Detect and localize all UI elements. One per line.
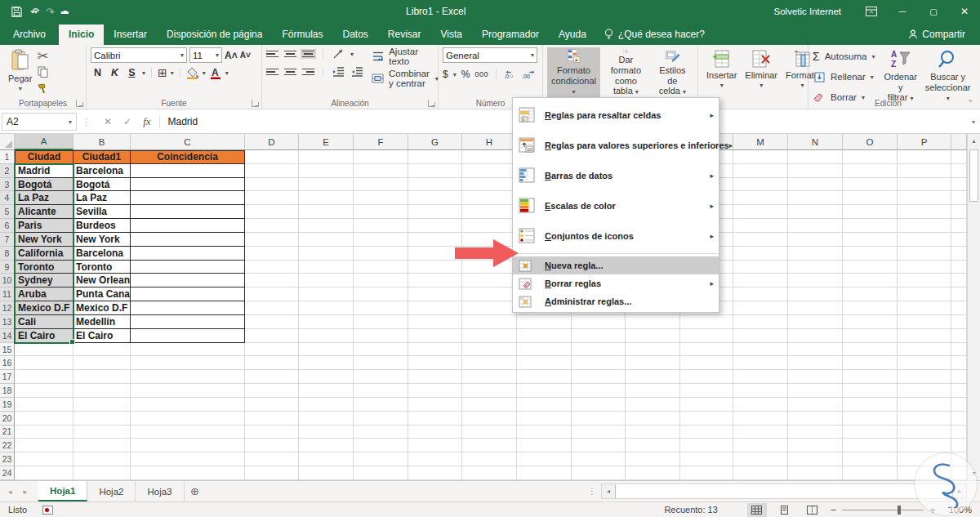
- column-header-O[interactable]: O: [843, 134, 898, 150]
- cell-G20[interactable]: [408, 412, 462, 426]
- cell-J19[interactable]: [572, 398, 626, 412]
- cell-G22[interactable]: [408, 439, 462, 452]
- cell-F17[interactable]: [354, 370, 408, 384]
- cell-L20[interactable]: [680, 412, 733, 426]
- cell-M22[interactable]: [733, 439, 788, 452]
- cell-E23[interactable]: [299, 452, 354, 466]
- cell-L24[interactable]: [680, 466, 733, 480]
- customize-qat-icon[interactable]: ▬▾: [61, 7, 67, 16]
- cell-E3[interactable]: [299, 178, 354, 192]
- cell-E24[interactable]: [299, 466, 354, 480]
- share-button[interactable]: Compartir: [893, 29, 980, 45]
- cell-F5[interactable]: [354, 205, 408, 219]
- cell-A7[interactable]: New York: [15, 233, 74, 247]
- cell-F24[interactable]: [354, 466, 408, 480]
- cell-E1[interactable]: [299, 150, 354, 164]
- cell-x2[interactable]: [951, 164, 967, 178]
- cell-G23[interactable]: [408, 452, 462, 466]
- cell-G2[interactable]: [408, 164, 462, 178]
- cell-P20[interactable]: [898, 412, 951, 426]
- cell-K21[interactable]: [626, 426, 680, 439]
- cell-N21[interactable]: [788, 426, 843, 439]
- cell-G14[interactable]: [408, 329, 462, 343]
- cell-D9[interactable]: [245, 261, 299, 274]
- cell-O3[interactable]: [843, 178, 898, 192]
- cell-O21[interactable]: [843, 426, 898, 439]
- fill-button[interactable]: Rellenar ▾: [813, 68, 875, 86]
- cell-A12[interactable]: Mexico D.F: [15, 301, 74, 315]
- cell-D11[interactable]: [245, 287, 299, 301]
- cell-N24[interactable]: [788, 466, 843, 480]
- cell-H21[interactable]: [462, 426, 517, 439]
- cell-E17[interactable]: [299, 370, 354, 384]
- scroll-left-icon[interactable]: ◂: [602, 488, 615, 495]
- row-header-5[interactable]: 5: [0, 205, 15, 219]
- autosum-button[interactable]: Σ Autosuma ▾: [813, 47, 875, 65]
- account-name[interactable]: Solvetic Internet: [774, 7, 841, 16]
- cell-D2[interactable]: [245, 164, 299, 178]
- cell-J14[interactable]: [572, 329, 626, 343]
- cell-G24[interactable]: [408, 466, 462, 480]
- cell-J21[interactable]: [572, 426, 626, 439]
- cell-B16[interactable]: [74, 356, 131, 370]
- row-header-21[interactable]: 21: [0, 426, 15, 439]
- cell-E12[interactable]: [299, 301, 354, 315]
- cell-M15[interactable]: [733, 343, 788, 357]
- decrease-indent-icon[interactable]: [332, 65, 345, 78]
- row-header-15[interactable]: 15: [0, 343, 15, 357]
- cell-O13[interactable]: [843, 315, 898, 329]
- cell-H22[interactable]: [462, 439, 517, 452]
- cell-E4[interactable]: [299, 191, 354, 205]
- cell-C17[interactable]: [131, 370, 245, 384]
- cell-K16[interactable]: [626, 356, 680, 370]
- cell-P3[interactable]: [898, 178, 951, 192]
- cell-K13[interactable]: [626, 315, 680, 329]
- cell-N22[interactable]: [788, 439, 843, 452]
- cell-N2[interactable]: [788, 164, 843, 178]
- cell-I24[interactable]: [517, 466, 572, 480]
- grow-font-icon[interactable]: A˄: [225, 50, 238, 61]
- cell-A14[interactable]: El Cairo: [15, 329, 74, 343]
- undo-icon[interactable]: ↶▾: [30, 6, 38, 18]
- row-header-3[interactable]: 3: [0, 178, 15, 192]
- cell-K23[interactable]: [626, 452, 680, 466]
- cell-M5[interactable]: [733, 205, 788, 219]
- cell-D23[interactable]: [245, 452, 299, 466]
- cell-F3[interactable]: [354, 178, 408, 192]
- cell-I14[interactable]: [517, 329, 572, 343]
- tab-revisar[interactable]: Revisar: [378, 25, 431, 45]
- cell-J15[interactable]: [572, 343, 626, 357]
- cell-K17[interactable]: [626, 370, 680, 384]
- align-left-icon[interactable]: [266, 69, 278, 76]
- cell-C9[interactable]: [131, 261, 245, 274]
- cell-C16[interactable]: [131, 356, 245, 370]
- cell-B14[interactable]: El Cairo: [74, 329, 131, 343]
- sheet-tab-hoja2[interactable]: Hoja2: [87, 481, 136, 501]
- cell-G4[interactable]: [408, 191, 462, 205]
- format-painter-icon[interactable]: [36, 82, 49, 95]
- cell-F13[interactable]: [354, 315, 408, 329]
- cell-C3[interactable]: [131, 178, 245, 192]
- cell-C7[interactable]: [131, 233, 245, 247]
- tell-me-box[interactable]: ¿Qué desea hacer?: [596, 29, 713, 45]
- cell-C2[interactable]: [131, 164, 245, 178]
- cell-I20[interactable]: [517, 412, 572, 426]
- zoom-out-icon[interactable]: −: [831, 504, 837, 516]
- cell-N23[interactable]: [788, 452, 843, 466]
- cell-M20[interactable]: [733, 412, 788, 426]
- cell-H17[interactable]: [462, 370, 517, 384]
- cell-O4[interactable]: [843, 191, 898, 205]
- cell-H12[interactable]: [462, 301, 517, 315]
- align-right-icon[interactable]: [302, 69, 314, 76]
- cell-N1[interactable]: [788, 150, 843, 164]
- row-header-18[interactable]: 18: [0, 384, 15, 398]
- row-header-4[interactable]: 4: [0, 191, 15, 205]
- column-header-G[interactable]: G: [408, 134, 462, 150]
- comma-format-icon[interactable]: 000: [474, 70, 488, 78]
- font-color-icon[interactable]: A: [209, 66, 222, 79]
- cell-C4[interactable]: [131, 191, 245, 205]
- cell-D7[interactable]: [245, 233, 299, 247]
- cell-A13[interactable]: Cali: [15, 315, 74, 329]
- cell-H1[interactable]: [462, 150, 517, 164]
- tab-datos[interactable]: Datos: [332, 25, 377, 45]
